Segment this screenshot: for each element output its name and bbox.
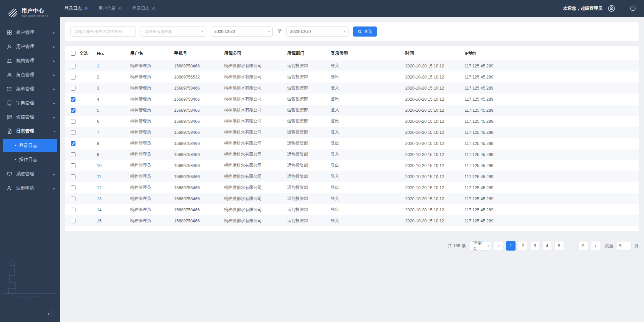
tab-label: 登录日志 <box>64 5 82 11</box>
system-icon <box>7 171 12 177</box>
cell-time: 2020-10-20 15:10:12 <box>405 138 465 149</box>
tenant-icon <box>7 30 12 35</box>
search-button[interactable]: 查询 <box>353 26 377 37</box>
cell-no: 11 <box>97 171 130 182</box>
cell-ip: 117.125.45.289 <box>465 160 639 171</box>
col-header-user: 用户名 <box>130 46 174 60</box>
tab-close-icon[interactable]: ⊗ <box>84 6 88 11</box>
sidebar-item-user[interactable]: 用户管理▸ <box>0 40 60 54</box>
row-checkbox[interactable] <box>71 75 75 79</box>
row-checkbox[interactable] <box>71 141 75 146</box>
col-header-ip: IP地址 <box>465 46 639 60</box>
jump-page-input[interactable] <box>616 241 632 251</box>
cell-company: 桐梓供排水有限公司 <box>224 83 287 94</box>
page-button-4[interactable]: 4 <box>542 241 552 251</box>
tab-label: 登录日志 <box>132 5 150 11</box>
row-checkbox[interactable] <box>71 197 75 201</box>
app-window: 用户中心 THE USER CENTER 租户管理▸用户管理▸机构管理▸角色管理… <box>0 0 644 322</box>
sidebar-item-system[interactable]: 系统管理▸ <box>0 167 60 181</box>
page-button-3[interactable]: 3 <box>530 241 540 251</box>
cell-type: 登入 <box>331 127 405 138</box>
sidebar-item-label: 租户管理 <box>16 30 53 36</box>
cell-time: 2020-10-20 15:10:12 <box>405 204 465 215</box>
sidebar-subitem-op-log[interactable]: •操作日志 <box>3 153 57 166</box>
cell-no: 4 <box>97 94 130 105</box>
cell-company: 桐梓供排水有限公司 <box>224 94 287 105</box>
chevron-down-icon: ▾ <box>344 30 345 33</box>
cell-dept: 运营投资部 <box>287 138 331 149</box>
cell-dept: 运营投资部 <box>287 160 331 171</box>
row-checkbox[interactable] <box>71 130 75 135</box>
cell-company: 桐梓供排水有限公司 <box>224 204 287 215</box>
cell-no: 3 <box>97 83 130 94</box>
jump-unit-label: 页 <box>634 243 639 249</box>
cell-type: 登出 <box>331 204 405 215</box>
date-from-picker[interactable]: 2020-10-20 ▾ <box>211 26 273 37</box>
page-size-select[interactable]: 15条/页 ▾ <box>470 241 491 251</box>
row-checkbox[interactable] <box>71 174 75 179</box>
bullet-icon: • <box>15 143 16 148</box>
collapse-sidebar-icon[interactable] <box>47 311 54 318</box>
cell-company: 桐梓供排水有限公司 <box>224 116 287 127</box>
cell-no: 14 <box>97 204 130 215</box>
sidebar-subitem-login-log[interactable]: •登录日志 <box>3 139 57 152</box>
sidebar-item-register[interactable]: 注册申请▸ <box>0 181 60 195</box>
cell-ip: 117.125.45.289 <box>465 171 639 182</box>
sidebar-item-label: 注册申请 <box>16 185 53 191</box>
row-checkbox[interactable] <box>71 208 75 212</box>
cell-phone: 15689758466 <box>174 60 224 71</box>
sidebar-item-org[interactable]: 机构管理▸ <box>0 54 60 68</box>
sidebar-item-sms[interactable]: 短信管理▸ <box>0 110 60 124</box>
chevron-icon: ▸ <box>53 172 55 176</box>
cell-type: 登出 <box>331 71 405 83</box>
cell-type: 登出 <box>331 160 405 171</box>
org-select[interactable]: 请选择所属机构 ▾ <box>141 26 206 37</box>
select-all-checkbox[interactable] <box>71 51 75 56</box>
keyword-input[interactable] <box>70 26 136 37</box>
next-page-button[interactable]: › <box>591 241 600 251</box>
table-row: 13 桐梓管理员 15689758466 桐梓供排水有限公司 运营投资部 登入 … <box>65 193 639 204</box>
tab-close-icon[interactable]: ⊗ <box>118 6 122 11</box>
sidebar-item-dict[interactable]: 字典管理▸ <box>0 96 60 110</box>
tab-1[interactable]: 用户信息⊗ <box>98 5 122 11</box>
row-checkbox[interactable] <box>71 219 75 223</box>
row-checkbox[interactable] <box>71 86 75 91</box>
avatar-icon[interactable] <box>608 5 615 12</box>
chevron-icon: ▸ <box>53 73 55 77</box>
row-checkbox[interactable] <box>71 163 75 168</box>
cell-no: 7 <box>97 127 130 138</box>
power-icon[interactable] <box>629 5 637 12</box>
welcome-text: 欢迎您，超级管理员 <box>563 5 602 11</box>
cell-dept: 运营投资部 <box>287 60 331 71</box>
cell-phone: 15689758466 <box>174 138 224 149</box>
cell-dept: 运营投资部 <box>287 83 331 94</box>
row-checkbox[interactable] <box>71 185 75 190</box>
cell-time: 2020-10-20 15:10:12 <box>405 215 465 226</box>
row-checkbox[interactable] <box>71 152 75 157</box>
row-checkbox[interactable] <box>71 64 75 68</box>
page-button-2[interactable]: 2 <box>518 241 528 251</box>
chevron-down-icon: ▾ <box>487 244 489 248</box>
page-button-5[interactable]: 5 <box>554 241 564 251</box>
sidebar-item-menu[interactable]: 菜单管理▸ <box>0 82 60 96</box>
cell-phone: 18989756532 <box>174 71 224 83</box>
sidebar-item-role[interactable]: 角色管理▸ <box>0 68 60 82</box>
sidebar-item-log[interactable]: 日志管理▾ <box>0 124 60 138</box>
cell-dept: 运营投资部 <box>287 204 331 215</box>
tab-0[interactable]: 登录日志⊗ <box>64 5 88 11</box>
date-to-picker[interactable]: 2020-10-20 ▾ <box>286 26 348 37</box>
tab-close-icon[interactable]: ⊗ <box>152 6 156 11</box>
tab-2[interactable]: 登录日志⊗ <box>132 5 156 11</box>
prev-page-button[interactable]: ‹ <box>494 241 503 251</box>
cell-company: 桐梓供排水有限公司 <box>224 127 287 138</box>
sidebar-item-tenant[interactable]: 租户管理▸ <box>0 25 60 40</box>
bullet-icon: • <box>15 157 16 162</box>
page-button-9[interactable]: 9 <box>579 241 588 251</box>
cell-user: 桐梓管理员 <box>130 71 174 83</box>
row-checkbox[interactable] <box>71 97 75 102</box>
cell-dept: 运营投资部 <box>287 127 331 138</box>
row-checkbox[interactable] <box>71 108 75 113</box>
page-button-1[interactable]: 1 <box>506 241 516 251</box>
row-checkbox[interactable] <box>71 119 75 124</box>
register-icon <box>7 185 12 191</box>
